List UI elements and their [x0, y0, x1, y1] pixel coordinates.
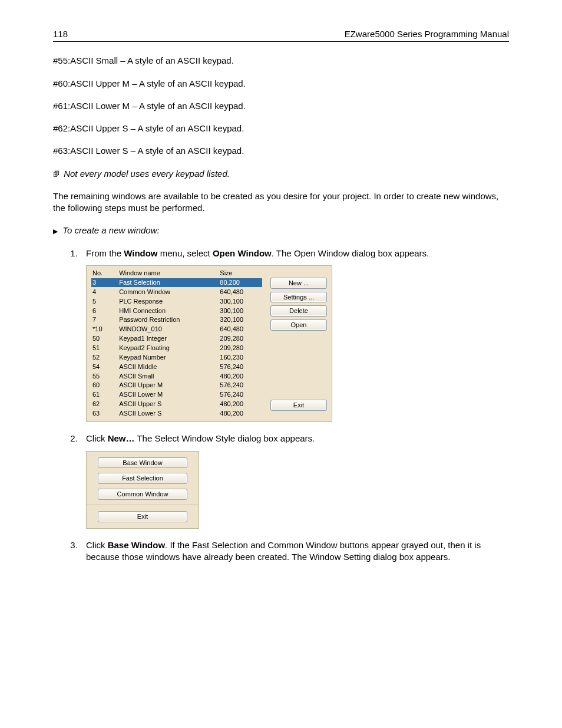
cell-name: Keypad2 Floating [118, 344, 219, 353]
cell-no: 54 [91, 362, 118, 371]
step-text: The Select Window Style dialog box appea… [135, 433, 315, 443]
cell-size: 480,200 [219, 400, 262, 409]
cell-size: 320,100 [219, 315, 262, 325]
cell-name: HMI Connection [118, 306, 219, 315]
table-row[interactable]: 5PLC Response300,100 [91, 297, 262, 306]
cell-no: 52 [91, 353, 118, 362]
step-bold: Base Window [108, 540, 165, 550]
cell-name: Fast Selection [118, 278, 219, 288]
cell-no: 4 [91, 287, 118, 297]
separator [87, 505, 199, 505]
cell-size: 480,200 [219, 409, 262, 418]
table-row[interactable]: 7Password Restriction320,100 [91, 315, 262, 325]
cell-size: 160,230 [219, 353, 262, 362]
page-header: 118 EZware5000 Series Programming Manual [53, 28, 509, 42]
cell-name: ASCII Upper M [118, 381, 219, 390]
cell-no: 60 [91, 381, 118, 390]
window-list[interactable]: No. Window name Size 3Fast Selection80,2… [91, 268, 270, 419]
open-window-dialog: No. Window name Size 3Fast Selection80,2… [86, 265, 332, 423]
table-row[interactable]: 4Common Window640,480 [91, 287, 262, 297]
step-text: From the [86, 248, 124, 258]
cell-no: 7 [91, 315, 118, 325]
exit-button[interactable]: Exit [270, 400, 327, 411]
step-3: Click Base Window. If the Fast Selection… [80, 539, 509, 564]
step-bold: Window [124, 248, 157, 258]
table-row[interactable]: 3Fast Selection80,200 [91, 278, 262, 288]
common-window-button[interactable]: Common Window [98, 489, 187, 500]
table-row[interactable]: 61ASCII Lower M576,240 [91, 390, 262, 400]
cell-name: Password Restriction [118, 315, 219, 325]
col-name: Window name [118, 268, 219, 278]
cell-size: 480,200 [219, 371, 262, 381]
table-row[interactable]: 55ASCII Small480,200 [91, 371, 262, 381]
cell-size: 300,100 [219, 306, 262, 315]
cell-no: 5 [91, 297, 118, 306]
step-text: Click [86, 540, 108, 550]
table-row[interactable]: 63ASCII Lower S480,200 [91, 409, 262, 418]
col-no: No. [91, 268, 118, 278]
cell-no: 51 [91, 344, 118, 353]
open-button[interactable]: Open [270, 319, 327, 331]
cell-size: 576,240 [219, 381, 262, 390]
procedure-heading: ▶ To create a new window: [53, 225, 509, 236]
cell-size: 576,240 [219, 390, 262, 400]
table-row[interactable]: 54ASCII Middle576,240 [91, 362, 262, 371]
body-paragraph: The remaining windows are available to b… [53, 190, 509, 215]
cell-no: 55 [91, 371, 118, 381]
cell-no: 63 [91, 409, 118, 418]
table-row[interactable]: 62ASCII Upper S480,200 [91, 400, 262, 409]
cell-size: 640,480 [219, 325, 262, 334]
body-paragraph: #63:ASCII Lower S – A style of an ASCII … [53, 145, 509, 157]
steps-list: From the Window menu, select Open Window… [53, 248, 509, 564]
table-row[interactable]: 51Keypad2 Floating209,280 [91, 344, 262, 353]
table-row[interactable]: 6HMI Connection300,100 [91, 306, 262, 315]
cell-size: 80,200 [219, 278, 262, 288]
cell-name: ASCII Lower M [118, 390, 219, 400]
cell-no: 61 [91, 390, 118, 400]
fast-selection-button[interactable]: Fast Selection [98, 473, 187, 484]
cell-size: 209,280 [219, 334, 262, 344]
step-bold: Open Window [213, 248, 272, 258]
settings-button[interactable]: Settings ... [270, 292, 327, 303]
base-window-button[interactable]: Base Window [98, 457, 187, 469]
cell-no: 6 [91, 306, 118, 315]
step-text: menu, select [158, 248, 213, 258]
cell-size: 209,280 [219, 344, 262, 353]
cell-no: 62 [91, 400, 118, 409]
cell-size: 576,240 [219, 362, 262, 371]
cell-name: PLC Response [118, 297, 219, 306]
cell-name: ASCII Small [118, 371, 219, 381]
select-style-dialog: Base Window Fast Selection Common Window… [86, 451, 199, 529]
new-button[interactable]: New ... [270, 278, 327, 289]
table-row[interactable]: 60ASCII Upper M576,240 [91, 381, 262, 390]
cell-no: 3 [91, 278, 118, 288]
cell-name: Common Window [118, 287, 219, 297]
step-text: Click [86, 433, 108, 443]
cell-size: 300,100 [219, 297, 262, 306]
body-paragraph: #61:ASCII Lower M – A style of an ASCII … [53, 100, 509, 112]
cell-size: 640,480 [219, 287, 262, 297]
delete-button[interactable]: Delete [270, 305, 327, 317]
step-1: From the Window menu, select Open Window… [80, 248, 509, 423]
body-paragraph: #60:ASCII Upper M – A style of an ASCII … [53, 78, 509, 90]
cell-no: 50 [91, 334, 118, 344]
cell-name: Keypad1 Integer [118, 334, 219, 344]
page-number: 118 [53, 28, 68, 40]
col-size: Size [219, 268, 262, 278]
note-paragraph: 🗐 Not every model uses every keypad list… [53, 168, 509, 180]
cell-name: ASCII Middle [118, 362, 219, 371]
cell-name: WINDOW_010 [118, 325, 219, 334]
table-row[interactable]: 50Keypad1 Integer209,280 [91, 334, 262, 344]
table-row[interactable]: *10WINDOW_010640,480 [91, 325, 262, 334]
note-text: Not every model uses every keypad listed… [64, 169, 230, 179]
manual-title: EZware5000 Series Programming Manual [345, 28, 509, 40]
arrow-icon: ▶ [53, 228, 58, 235]
procedure-text: To create a new window: [62, 225, 160, 235]
body-paragraph: #55:ASCII Small – A style of an ASCII ke… [53, 55, 509, 67]
step-2: Click New… The Select Window Style dialo… [80, 433, 509, 529]
table-row[interactable]: 52Keypad Number160,230 [91, 353, 262, 362]
cell-name: ASCII Lower S [118, 409, 219, 418]
exit-button[interactable]: Exit [98, 511, 187, 522]
cell-no: *10 [91, 325, 118, 334]
dialog-button-column: New ... Settings ... Delete Open Exit [270, 268, 327, 419]
